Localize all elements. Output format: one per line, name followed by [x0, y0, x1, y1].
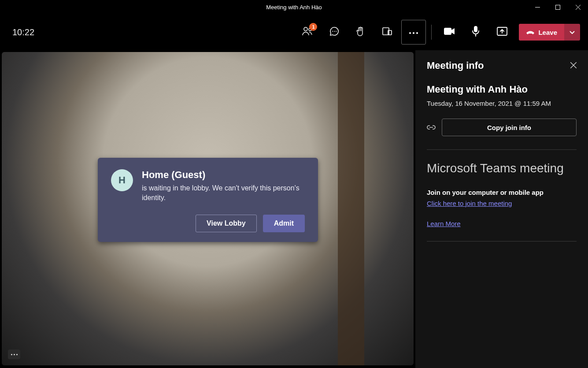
- svg-line-2: [576, 5, 581, 10]
- svg-rect-14: [444, 28, 451, 35]
- svg-point-13: [416, 32, 418, 34]
- video-stage: H Home (Guest) is waiting in the lobby. …: [2, 52, 414, 365]
- leave-dropdown-button[interactable]: [564, 24, 580, 41]
- panel-divider: [427, 149, 577, 150]
- chat-button[interactable]: [322, 20, 347, 45]
- window-title: Meeting with Anh Hào: [266, 4, 322, 11]
- more-actions-button[interactable]: [401, 20, 426, 45]
- share-screen-button[interactable]: [490, 20, 514, 45]
- lobby-notification: H Home (Guest) is waiting in the lobby. …: [98, 158, 318, 242]
- meeting-info-panel: Meeting info Meeting with Anh Hào Tuesda…: [415, 50, 588, 368]
- lobby-avatar: H: [111, 169, 133, 191]
- hangup-icon: [526, 29, 535, 36]
- rooms-button[interactable]: [375, 20, 399, 45]
- raise-hand-button[interactable]: [348, 20, 373, 45]
- svg-point-4: [304, 27, 307, 31]
- svg-point-7: [334, 31, 335, 32]
- svg-point-8: [336, 31, 337, 32]
- share-icon: [497, 27, 507, 37]
- main-area: H Home (Guest) is waiting in the lobby. …: [0, 50, 588, 368]
- raise-hand-icon: [355, 26, 366, 38]
- svg-rect-1: [555, 5, 560, 9]
- svg-rect-15: [474, 26, 477, 32]
- participants-badge: 1: [309, 23, 317, 31]
- lobby-message: is waiting in the lobby. We can't verify…: [142, 183, 300, 203]
- view-lobby-button[interactable]: View Lobby: [196, 215, 257, 232]
- link-icon: [427, 123, 436, 131]
- close-window-button[interactable]: [568, 0, 588, 14]
- minimize-button[interactable]: [527, 0, 547, 14]
- video-more-button[interactable]: [8, 349, 20, 359]
- chat-icon: [329, 26, 340, 38]
- panel-divider-2: [427, 241, 577, 242]
- join-meeting-link[interactable]: Click here to join the meeting: [427, 200, 512, 207]
- maximize-button[interactable]: [547, 0, 568, 14]
- panel-heading: Meeting info: [427, 60, 484, 71]
- participants-button[interactable]: 1: [296, 20, 320, 45]
- chevron-down-icon: [570, 28, 575, 36]
- toolbar-divider: [431, 25, 432, 40]
- join-instruction-label: Join on your computer or mobile app: [427, 189, 577, 196]
- more-icon: [409, 28, 418, 36]
- meeting-toolbar: 10:22 1: [0, 14, 588, 50]
- window-controls: [527, 0, 588, 14]
- close-icon: [570, 61, 577, 70]
- leave-label: Leave: [538, 29, 557, 36]
- rooms-icon: [382, 26, 392, 38]
- svg-rect-0: [535, 7, 540, 7]
- admit-button[interactable]: Admit: [263, 215, 305, 232]
- ms-teams-heading: Microsoft Teams meeting: [427, 161, 577, 175]
- mic-toggle-button[interactable]: [463, 20, 488, 45]
- svg-line-3: [576, 5, 581, 10]
- svg-point-12: [413, 32, 414, 34]
- lobby-participant-name: Home (Guest): [142, 169, 300, 181]
- learn-more-link[interactable]: Learn More: [427, 220, 461, 227]
- titlebar: Meeting with Anh Hào: [0, 0, 588, 14]
- leave-button-group: Leave: [519, 24, 580, 41]
- panel-close-button[interactable]: [570, 61, 577, 71]
- meeting-title: Meeting with Anh Hào: [427, 84, 577, 95]
- svg-point-11: [409, 32, 411, 34]
- leave-button[interactable]: Leave: [519, 24, 564, 41]
- camera-toggle-button[interactable]: [437, 20, 462, 45]
- camera-icon: [444, 27, 455, 37]
- meeting-datetime: Tuesday, 16 November, 2021 @ 11:59 AM: [427, 100, 577, 107]
- copy-join-info-button[interactable]: Copy join info: [442, 119, 577, 136]
- svg-point-6: [332, 31, 333, 32]
- meeting-duration: 10:22: [12, 27, 34, 37]
- mic-icon: [472, 26, 480, 39]
